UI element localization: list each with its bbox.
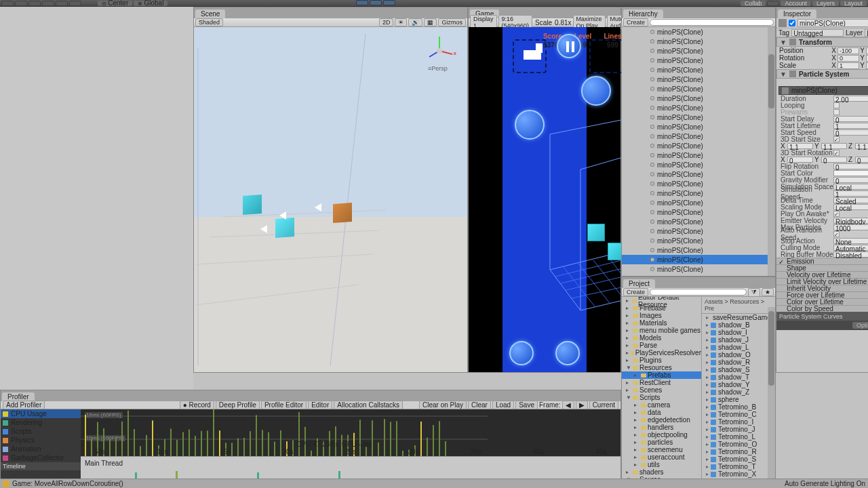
- tag-dropdown[interactable]: Untagged: [791, 29, 844, 37]
- ps-module-header[interactable]: minoPS(Clone): [778, 86, 868, 95]
- profiler-module[interactable]: Animation: [1, 445, 81, 453]
- profiler-module[interactable]: Physics: [1, 436, 81, 445]
- velocity-module[interactable]: Velocity over Lifetime: [776, 271, 868, 278]
- project-tree-item[interactable]: ▼Resources: [622, 364, 701, 371]
- filter-icon[interactable]: ⧩: [748, 288, 760, 297]
- hierarchy-item[interactable]: minoPS(Clone): [622, 113, 775, 122]
- breadcrumb[interactable]: Assets > Resources > Pre: [702, 297, 775, 314]
- project-tree-item[interactable]: ▸edgedetection: [622, 416, 701, 424]
- hand-tool[interactable]: [1, 1, 14, 6]
- scene-light-icon[interactable]: ☀: [395, 18, 407, 26]
- project-tree-item[interactable]: ▸scenemenu: [622, 446, 701, 453]
- project-tree-item[interactable]: ▸Images: [622, 312, 701, 319]
- hierarchy-item[interactable]: minoPS(Clone): [622, 217, 775, 226]
- curves-header[interactable]: Particle System Curves: [776, 312, 868, 321]
- tab-project[interactable]: Project: [623, 279, 655, 288]
- hierarchy-search[interactable]: [650, 19, 774, 26]
- transform-tool[interactable]: [69, 1, 81, 6]
- hierarchy-item[interactable]: minoPS(Clone): [622, 37, 775, 46]
- next-frame-button[interactable]: ▶: [576, 401, 588, 409]
- load-button[interactable]: Load: [492, 401, 514, 409]
- swap-button[interactable]: [581, 76, 611, 106]
- srot-z[interactable]: 0: [855, 157, 868, 163]
- rotate-tool[interactable]: [28, 1, 41, 6]
- hierarchy-item[interactable]: minoPS(Clone): [622, 150, 775, 160]
- hierarchy-item[interactable]: minoPS(Clone): [622, 141, 775, 150]
- lighting-status[interactable]: Auto Generate Lighting On: [785, 480, 865, 487]
- pos-x[interactable]: [837, 47, 859, 54]
- prev-frame-button[interactable]: ◀: [562, 401, 574, 409]
- project-asset-item[interactable]: ▸shadow_R: [702, 359, 775, 366]
- project-tree[interactable]: ▸Editor Default Resource▸Firebase▸Images…: [622, 297, 702, 488]
- project-tree-item[interactable]: ▸Plugins: [622, 357, 701, 364]
- hierarchy-item[interactable]: minoPS(Clone): [622, 179, 775, 188]
- project-tree-item[interactable]: ▸shaders: [622, 468, 701, 476]
- 3drot-checkbox[interactable]: [833, 150, 840, 156]
- hierarchy-item[interactable]: minoPS(Clone): [622, 94, 775, 103]
- ring-buffer-dropdown[interactable]: Disabled: [833, 251, 868, 258]
- project-tree-item[interactable]: ▸Editor Default Resource: [622, 297, 701, 304]
- add-profiler-dropdown[interactable]: Add Profiler: [3, 401, 45, 409]
- hierarchy-item[interactable]: minoPS(Clone): [622, 103, 775, 113]
- project-tree-item[interactable]: ▸objectpooling: [622, 431, 701, 439]
- hierarchy-item[interactable]: minoPS(Clone): [622, 160, 775, 169]
- scene-viewport[interactable]: x ≡Persp: [194, 27, 467, 372]
- cloud-icon[interactable]: [767, 1, 779, 6]
- project-tree-item[interactable]: ▸Materials: [622, 319, 701, 327]
- project-asset-item[interactable]: ▸Tetromino_O: [702, 441, 775, 448]
- random-seed-checkbox[interactable]: [833, 231, 840, 237]
- hierarchy-item[interactable]: minoPS(Clone): [622, 131, 775, 141]
- profiler-module[interactable]: Scripts: [1, 427, 81, 436]
- tab-inspector[interactable]: Inspector: [778, 9, 816, 18]
- flip-field[interactable]: 0: [833, 163, 868, 169]
- hierarchy-item[interactable]: minoPS(Clone): [622, 84, 775, 94]
- size-y[interactable]: 1.1: [821, 143, 847, 149]
- project-asset-item[interactable]: ▸saveResumeGameP: [702, 314, 775, 321]
- hierarchy-item[interactable]: minoPS(Clone): [622, 245, 775, 255]
- particle-system-header[interactable]: ▼Particle System: [776, 69, 868, 79]
- culling-dropdown[interactable]: Automatic: [833, 245, 868, 251]
- hierarchy-item[interactable]: minoPS(Clone): [622, 264, 775, 274]
- project-asset-item[interactable]: ▸Tetromino_S: [702, 455, 775, 463]
- emitter-vel-dropdown[interactable]: Rigidbody: [833, 218, 868, 224]
- collab-dropdown[interactable]: Collab: [741, 1, 766, 6]
- profiler-graph[interactable]: 16ms (60FPS) 10ms (100FPS) CPU:47.23ms G…: [81, 409, 620, 487]
- profile-editor-toggle[interactable]: Profile Editor: [261, 401, 307, 409]
- project-asset-item[interactable]: ▸sphere: [702, 396, 775, 403]
- play-awake-checkbox[interactable]: [833, 211, 840, 217]
- editor-dropdown[interactable]: Editor: [308, 401, 332, 409]
- lifetime-field[interactable]: 1: [833, 123, 868, 129]
- tab-hierarchy[interactable]: Hierarchy: [623, 9, 663, 18]
- delay-field[interactable]: 0: [833, 116, 868, 122]
- gizmos-dropdown[interactable]: Gizmos: [438, 18, 466, 26]
- simspeed-field[interactable]: 1: [833, 190, 868, 197]
- move-tool[interactable]: [15, 1, 27, 6]
- project-asset-item[interactable]: ▸Tetromino_X: [702, 470, 775, 478]
- project-tree-item[interactable]: ▸camera: [622, 401, 701, 409]
- current-button[interactable]: Current: [589, 401, 618, 409]
- optimize-button[interactable]: Optimize: [852, 322, 868, 329]
- hierarchy-item[interactable]: minoPS(Clone): [622, 56, 775, 65]
- project-asset-item[interactable]: ▸Tetromino_J: [702, 426, 775, 433]
- color-lifetime-module[interactable]: Color over Lifetime: [776, 298, 868, 305]
- transform-header[interactable]: ▼Transform: [776, 37, 868, 47]
- timeline-dropdown[interactable]: Timeline: [1, 462, 81, 470]
- project-asset-item[interactable]: ▸Tetromino_C: [702, 411, 775, 418]
- scene-cube-3[interactable]: [333, 203, 352, 223]
- deltatime-dropdown[interactable]: Scaled: [833, 197, 868, 203]
- project-asset-item[interactable]: ▸Tetromino_I: [702, 418, 775, 426]
- hierarchy-item[interactable]: minoPS(Clone): [622, 226, 775, 236]
- project-tree-item[interactable]: ▸particles: [622, 439, 701, 446]
- gravity-field[interactable]: 0: [833, 177, 868, 183]
- hierarchy-item[interactable]: minoPS(Clone): [622, 207, 775, 217]
- scalemode-dropdown[interactable]: Local: [833, 204, 868, 210]
- stop-action-dropdown[interactable]: None: [833, 238, 868, 244]
- hierarchy-item[interactable]: minoPS(Clone): [622, 65, 775, 75]
- alloc-callstacks-dropdown[interactable]: Allocation Callstacks: [334, 401, 403, 409]
- scene-cube-2[interactable]: [275, 218, 294, 238]
- play-button[interactable]: [356, 0, 368, 5]
- project-tree-item[interactable]: ▸Models: [622, 334, 701, 342]
- project-asset-item[interactable]: ▸shadow_O: [702, 351, 775, 359]
- project-asset-item[interactable]: ▸shadow_J: [702, 336, 775, 344]
- layout-dropdown[interactable]: Layout: [840, 1, 867, 6]
